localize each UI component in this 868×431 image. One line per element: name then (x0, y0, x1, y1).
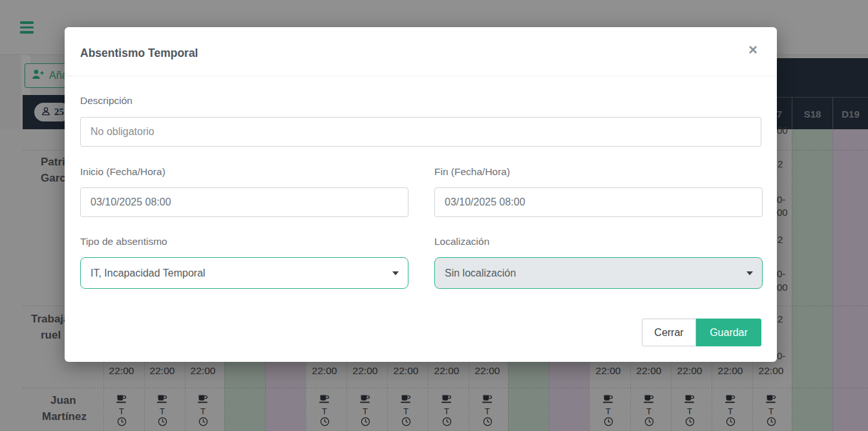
fin-label: Fin (Fecha/Hora) (434, 166, 510, 178)
descripcion-input[interactable] (80, 117, 761, 147)
chevron-down-icon (392, 271, 399, 275)
descripcion-label: Descripción (80, 95, 132, 107)
fin-datetime-input[interactable] (434, 187, 763, 217)
localizacion-select[interactable]: Sin localización (434, 257, 763, 289)
tipo-absentismo-label: Tipo de absentismo (80, 236, 167, 247)
tipo-absentismo-select[interactable]: IT, Incapacidad Temporal (80, 257, 408, 289)
close-icon[interactable]: × (745, 41, 761, 58)
modal-header-divider (65, 76, 777, 76)
cerrar-button[interactable]: Cerrar (642, 319, 696, 346)
tipo-absentismo-value: IT, Incapacidad Temporal (90, 268, 206, 279)
inicio-datetime-input[interactable] (80, 187, 408, 217)
guardar-button[interactable]: Guardar (696, 319, 761, 346)
modal-title: Absentismo Temporal (80, 47, 198, 60)
localizacion-value: Sin localización (445, 268, 516, 279)
localizacion-label: Localización (434, 236, 489, 247)
inicio-label: Inicio (Fecha/Hora) (80, 166, 165, 178)
app-root: Aña 25 7S18D19 PatriGarcTrabajaruelJuanM… (0, 0, 868, 431)
absentismo-temporal-modal: Absentismo Temporal × Descripción Inicio… (65, 27, 777, 362)
chevron-down-icon (746, 271, 753, 275)
